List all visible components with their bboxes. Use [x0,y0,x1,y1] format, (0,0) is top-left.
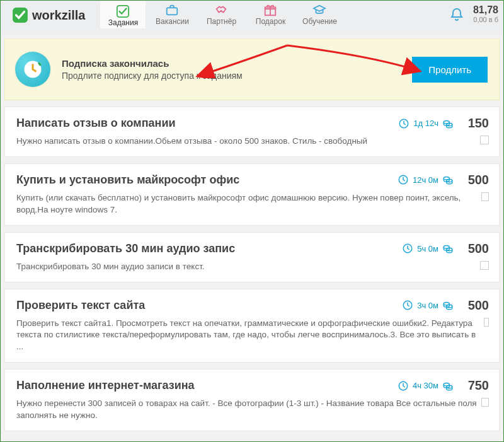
task-title: Купить и установить майкрософт офис [16,173,398,187]
task-checkbox[interactable] [484,318,489,327]
task-desc: Транскрибировать 30 мин аудио записи в т… [16,261,205,273]
task-price: 500 [461,298,489,313]
balance-main: 81,78 [473,4,498,16]
nav-item-gift[interactable]: Подарок [248,1,293,28]
annotation-arrow-icon [193,40,432,78]
task-checkbox[interactable] [481,398,489,407]
coins-icon [442,118,454,129]
task-time: 5ч 0м [417,244,438,253]
coins-icon [442,380,454,392]
bell-icon [449,7,464,22]
clock-icon [398,174,409,185]
task-desc: Купить (или скачать бесплатно) и установ… [16,192,481,216]
task-desc: Нужно написать отзыв о компании.Обьем от… [16,136,367,148]
task-checkbox[interactable] [480,261,489,270]
clock-icon [402,243,413,254]
task-card[interactable]: Написать отзыв о компании1д 12ч150Нужно … [4,107,500,157]
task-card[interactable]: Купить и установить майкрософт офис12ч 0… [4,163,500,226]
task-price: 150 [461,116,489,131]
coins-icon [442,174,454,185]
task-card[interactable]: Проверить текст сайта3ч 0м500Проверить т… [4,289,500,363]
clock-icon [398,118,410,129]
task-desc: Проверить текст сайта1. Просмотреть текс… [16,318,484,354]
gift-icon [263,3,277,17]
nav-item-briefcase[interactable]: Вакансии [149,1,195,28]
task-card[interactable]: Наполнение интернет-магазина4ч 30м750Нуж… [4,369,500,431]
task-list: Написать отзыв о компании1д 12ч150Нужно … [1,107,503,431]
logo[interactable]: workzilla [1,1,94,30]
task-time: 4ч 30м [413,381,438,390]
nav-item-label: Вакансии [156,17,189,26]
cap-icon [312,3,326,17]
balance: 81,78 0,00 в б [469,1,503,23]
nav-item-label: Подарок [256,17,285,26]
clock-icon [402,300,413,311]
nav-item-cap[interactable]: Обучение [297,1,342,28]
task-desc: Нужно перенести 300 записей о товарах на… [16,398,481,422]
coins-icon [442,243,454,254]
task-checkbox[interactable] [480,136,489,144]
task-title: Написать отзыв о компании [16,117,398,130]
subscription-banner: Подписка закончилась Продлите подписку д… [4,38,500,100]
header: workzilla ЗаданияВакансииПартнёрПодарокО… [1,1,503,35]
nav-item-label: Обучение [302,17,337,26]
task-title: Транскрибировать 30 мин аудио запис [16,242,402,255]
task-title: Проверить текст сайта [16,299,402,312]
task-price: 500 [461,173,489,187]
logo-check-icon [12,7,28,23]
clock-emblem-icon [15,52,50,87]
task-checkbox[interactable] [481,192,489,201]
handshake-icon [214,3,228,17]
task-card[interactable]: Транскрибировать 30 мин аудио запис5ч 0м… [4,232,500,282]
briefcase-icon [165,3,179,17]
task-time: 1д 12ч [413,119,438,128]
coins-icon [442,300,454,311]
task-price: 750 [461,378,489,393]
check-icon [116,4,130,18]
nav-item-label: Партнёр [207,17,236,26]
task-title: Наполнение интернет-магазина [16,379,398,392]
task-price: 500 [461,241,489,256]
nav-item-label: Задания [108,18,138,27]
notifications-bell[interactable] [444,1,469,25]
brand-name: workzilla [32,8,85,23]
nav: ЗаданияВакансииПартнёрПодарокОбучение [100,1,342,28]
task-time: 12ч 0м [413,175,438,185]
nav-item-handshake[interactable]: Партнёр [198,1,244,28]
nav-item-check[interactable]: Задания [100,1,146,28]
task-time: 3ч 0м [417,301,438,310]
balance-sub: 0,00 в б [473,16,498,23]
clock-icon [398,380,409,392]
